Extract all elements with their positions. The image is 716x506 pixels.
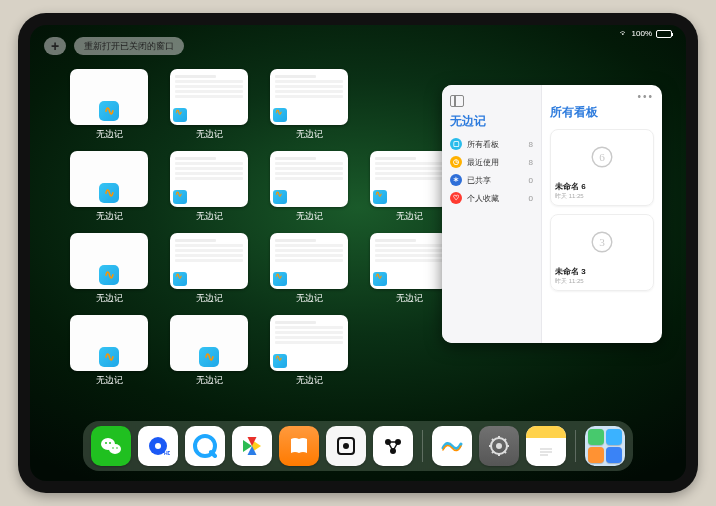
app-switcher-card[interactable]: 无边记 — [370, 233, 448, 305]
app-thumbnail — [370, 151, 448, 207]
svg-point-7 — [109, 442, 111, 444]
svg-line-34 — [492, 451, 494, 453]
sidebar-item-label: 最近使用 — [467, 157, 499, 168]
board-name: 未命名 3 — [555, 266, 649, 277]
app-switcher-card[interactable]: 无边记 — [270, 233, 348, 305]
dock-app-settings[interactable] — [479, 426, 519, 466]
app-switcher-card[interactable]: 无边记 — [170, 69, 248, 141]
svg-text:3: 3 — [599, 236, 605, 248]
app-switcher-card[interactable]: 无边记 — [270, 69, 348, 141]
freeform-board-card[interactable]: 3未命名 3昨天 11:25 — [550, 214, 654, 291]
svg-point-27 — [496, 443, 502, 449]
dock-app-books[interactable] — [279, 426, 319, 466]
board-name: 未命名 6 — [555, 181, 649, 192]
sidebar-item-count: 0 — [529, 194, 533, 203]
app-switcher-card[interactable]: 无边记 — [170, 151, 248, 223]
freeform-board-card[interactable]: 6未命名 6昨天 11:25 — [550, 129, 654, 206]
app-card-label: 无边记 — [296, 210, 323, 223]
dock-app-wechat[interactable] — [91, 426, 131, 466]
app-card-label: 无边记 — [196, 128, 223, 141]
freeform-sidebar-item[interactable]: ▢所有看板8 — [450, 138, 533, 150]
svg-text:HD: HD — [164, 450, 170, 456]
svg-line-32 — [492, 439, 494, 441]
app-thumbnail — [270, 233, 348, 289]
app-thumbnail — [170, 315, 248, 371]
app-thumbnail — [70, 233, 148, 289]
reopen-closed-window-button[interactable]: 重新打开已关闭的窗口 — [74, 37, 184, 55]
ipad-frame: ᯤ 100% + 重新打开已关闭的窗口 无边记无边记无边记无边记无边记无边记无边… — [18, 13, 698, 493]
app-card-label: 无边记 — [96, 292, 123, 305]
battery-icon — [656, 30, 672, 38]
app-switcher-card[interactable]: 无边记 — [170, 233, 248, 305]
app-switcher-card[interactable]: 无边记 — [70, 315, 148, 387]
app-card-label: 无边记 — [296, 128, 323, 141]
freeform-app-window[interactable]: 无边记 ▢所有看板8◷最近使用8✶已共享0♡个人收藏0 ••• 所有看板 6未命… — [442, 85, 662, 343]
svg-point-19 — [343, 443, 349, 449]
freeform-main-title: 所有看板 — [550, 104, 654, 121]
dock-app-multi[interactable] — [585, 426, 625, 466]
status-bar: ᯤ 100% — [620, 29, 672, 38]
app-thumbnail — [170, 69, 248, 125]
app-thumbnail — [270, 151, 348, 207]
dock-separator — [575, 430, 576, 462]
board-thumbnail: 6 — [555, 134, 649, 180]
app-switcher-card[interactable]: 无边记 — [70, 151, 148, 223]
sidebar-item-label: 个人收藏 — [467, 193, 499, 204]
app-thumbnail — [170, 151, 248, 207]
app-thumbnail — [370, 233, 448, 289]
dock-app-notes[interactable] — [526, 426, 566, 466]
dock-app-yingshi[interactable] — [232, 426, 272, 466]
app-card-label: 无边记 — [96, 210, 123, 223]
svg-point-8 — [112, 447, 114, 449]
app-switcher-card[interactable]: 无边记 — [70, 69, 148, 141]
svg-point-6 — [105, 442, 107, 444]
svg-point-11 — [155, 443, 161, 449]
freeform-sidebar-item[interactable]: ♡个人收藏0 — [450, 192, 533, 204]
app-thumbnail — [170, 233, 248, 289]
app-thumbnail — [270, 69, 348, 125]
sidebar-item-icon: ✶ — [450, 174, 462, 186]
sidebar-toggle-icon[interactable] — [450, 95, 464, 107]
board-time: 昨天 11:25 — [555, 192, 649, 201]
app-switcher-card[interactable]: 无边记 — [270, 151, 348, 223]
svg-point-5 — [109, 444, 121, 454]
app-switcher-card[interactable]: 无边记 — [270, 315, 348, 387]
svg-line-33 — [504, 451, 506, 453]
sidebar-item-count: 0 — [529, 176, 533, 185]
freeform-sidebar-item[interactable]: ◷最近使用8 — [450, 156, 533, 168]
app-card-label: 无边记 — [296, 292, 323, 305]
app-switcher-card[interactable]: 无边记 — [370, 151, 448, 223]
app-thumbnail — [70, 315, 148, 371]
new-window-button[interactable]: + — [44, 37, 66, 55]
app-switcher-card[interactable]: 无边记 — [170, 315, 248, 387]
dock: HD — [83, 421, 633, 471]
more-icon[interactable]: ••• — [550, 91, 654, 102]
board-time: 昨天 11:25 — [555, 277, 649, 286]
dock-app-qbrowser[interactable] — [185, 426, 225, 466]
sidebar-item-icon: ♡ — [450, 192, 462, 204]
board-thumbnail: 3 — [555, 219, 649, 265]
app-card-label: 无边记 — [96, 128, 123, 141]
dock-app-obs[interactable] — [326, 426, 366, 466]
sidebar-item-count: 8 — [529, 140, 533, 149]
sidebar-item-icon: ◷ — [450, 156, 462, 168]
app-card-label: 无边记 — [396, 210, 423, 223]
screen: ᯤ 100% + 重新打开已关闭的窗口 无边记无边记无边记无边记无边记无边记无边… — [30, 25, 686, 481]
top-bar: + 重新打开已关闭的窗口 — [44, 37, 184, 55]
freeform-main: ••• 所有看板 6未命名 6昨天 11:253未命名 3昨天 11:25 — [542, 85, 662, 343]
sidebar-item-label: 已共享 — [467, 175, 491, 186]
dock-app-qhd[interactable]: HD — [138, 426, 178, 466]
app-card-label: 无边记 — [296, 374, 323, 387]
svg-text:6: 6 — [599, 151, 605, 163]
app-card-label: 无边记 — [196, 374, 223, 387]
dock-app-wan[interactable] — [373, 426, 413, 466]
freeform-sidebar: 无边记 ▢所有看板8◷最近使用8✶已共享0♡个人收藏0 — [442, 85, 542, 343]
svg-line-35 — [504, 439, 506, 441]
app-switcher-card[interactable]: 无边记 — [70, 233, 148, 305]
app-thumbnail — [70, 151, 148, 207]
freeform-sidebar-item[interactable]: ✶已共享0 — [450, 174, 533, 186]
dock-app-freeform[interactable] — [432, 426, 472, 466]
sidebar-item-label: 所有看板 — [467, 139, 499, 150]
app-card-label: 无边记 — [96, 374, 123, 387]
battery-text: 100% — [632, 29, 652, 38]
